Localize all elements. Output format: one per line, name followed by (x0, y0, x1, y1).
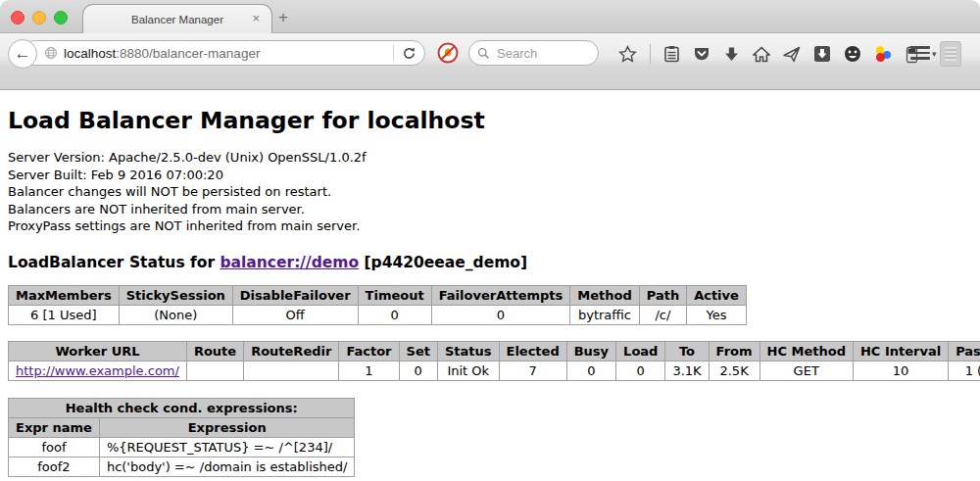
column-header: Elected (499, 341, 566, 361)
table-cell (186, 361, 243, 380)
table-cell: /c/ (639, 305, 686, 324)
table-cell: 3.1K (665, 361, 709, 380)
table-cell (244, 361, 339, 380)
table-cell: 1 (339, 361, 399, 380)
url-path: :8880/balancer-manager (116, 46, 260, 61)
column-header: Load (616, 341, 665, 361)
browser-tab[interactable]: Balancer Manager × (82, 4, 272, 33)
table-cell: Off (232, 305, 358, 324)
balancer-header-row: MaxMembersStickySessionDisableFailoverTi… (9, 285, 747, 305)
toolbar-icon-row: ▾ (618, 42, 937, 66)
column-header: Status (437, 341, 499, 361)
server-built-line: Server Built: Feb 9 2016 07:00:20 (8, 167, 972, 184)
column-header: Factor (339, 341, 399, 361)
worker-url-link[interactable]: http://www.example.com/ (16, 363, 179, 378)
balancers-note-line: Balancers are NOT inherited from main se… (8, 201, 972, 218)
table-cell: hc('body') =~ /domain is established/ (99, 457, 355, 476)
table-cell: foof2 (9, 457, 100, 476)
worker-status-table: Worker URLRouteRouteRedirFactorSetStatus… (8, 341, 980, 381)
send-icon[interactable] (783, 46, 801, 63)
column-header: Worker URL (9, 341, 187, 361)
column-header: Route (186, 341, 243, 361)
column-header: Passes (949, 341, 980, 361)
table-cell: 0 (431, 305, 570, 324)
health-title-row: Health check cond. expressions: (9, 398, 355, 417)
column-header: HC Interval (853, 341, 948, 361)
table-cell: %{REQUEST_STATUS} =~ /^[234]/ (99, 437, 355, 457)
column-header: Set (399, 341, 437, 361)
table-cell: 6 [1 Used] (9, 305, 120, 324)
tab-close-icon[interactable]: × (252, 12, 260, 25)
menu-icon[interactable] (910, 46, 930, 63)
content-blocked-icon[interactable] (437, 42, 459, 64)
new-tab-button[interactable]: + (278, 8, 288, 27)
column-header: Path (639, 285, 686, 305)
server-version-line: Server Version: Apache/2.5.0-dev (Unix) … (8, 149, 972, 167)
table-cell: http://www.example.com/ (9, 361, 187, 380)
persist-note-line: Balancer changes will NOT be persisted o… (8, 183, 972, 201)
column-header: Busy (566, 341, 615, 361)
column-header: Expr name (9, 417, 100, 437)
column-header: Method (570, 285, 639, 305)
emoji-addon-icon[interactable] (844, 45, 861, 63)
column-header: From (709, 341, 760, 361)
table-row: foof%{REQUEST_STATUS} =~ /^[234]/ (9, 437, 355, 457)
table-row: http://www.example.com/ 10Init Ok7003.1K… (9, 361, 980, 380)
column-header: DisableFailover (232, 285, 358, 305)
zoom-window-button[interactable] (54, 11, 68, 24)
health-check-table: Health check cond. expressions: Expr nam… (8, 398, 355, 477)
column-header: HC Method (760, 341, 853, 361)
tab-title: Balancer Manager (131, 14, 223, 25)
table-cell: 0 (399, 361, 437, 380)
table-cell: 7 (499, 361, 566, 380)
column-header: Expression (99, 417, 355, 437)
addon-download-icon[interactable] (813, 45, 831, 63)
minimize-window-button[interactable] (32, 11, 46, 24)
column-header: RouteRedir (244, 341, 339, 361)
table-row: foof2hc('body') =~ /domain is establishe… (9, 457, 355, 476)
table-cell: 1 (0) (949, 361, 980, 380)
column-header: MaxMembers (9, 285, 120, 305)
table-cell: 0 (358, 305, 431, 324)
navigation-toolbar: ← localhost:8880/balancer-manager (0, 33, 980, 90)
close-window-button[interactable] (11, 11, 24, 24)
back-button[interactable]: ← (8, 39, 37, 69)
column-header: Active (687, 285, 747, 305)
pages-disabled-icon[interactable] (940, 41, 961, 67)
table-cell: 2.5K (709, 361, 760, 380)
balancer-demo-link[interactable]: balancer://demo (220, 254, 359, 271)
reading-list-icon[interactable] (663, 45, 680, 63)
pocket-icon[interactable] (693, 46, 710, 63)
health-header-row: Expr nameExpression (9, 417, 355, 437)
proxypass-note-line: ProxyPass settings are NOT inherited fro… (8, 217, 972, 235)
search-icon (477, 47, 490, 60)
status-heading-suffix: [p4420eeae_demo] (359, 254, 527, 271)
url-bar[interactable]: localhost:8880/balancer-manager (22, 40, 425, 66)
column-header: To (665, 341, 709, 361)
server-info: Server Version: Apache/2.5.0-dev (Unix) … (8, 149, 972, 235)
home-icon[interactable] (753, 46, 770, 63)
status-heading-prefix: LoadBalancer Status for (8, 254, 220, 271)
table-cell: Yes (687, 305, 747, 324)
column-header: Timeout (358, 285, 431, 305)
colored-dots-addon-icon[interactable] (874, 45, 892, 63)
bookmark-star-icon[interactable] (618, 45, 637, 64)
table-cell: (None) (119, 305, 232, 324)
window-controls (11, 11, 68, 24)
table-cell: 10 (853, 361, 948, 380)
urlbar-divider (393, 45, 394, 61)
column-header: FailoverAttempts (431, 285, 570, 305)
browser-window: Balancer Manager × + ← localhost:8880/ba… (0, 0, 980, 481)
health-table-title: Health check cond. expressions: (9, 398, 355, 417)
worker-header-row: Worker URLRouteRouteRedirFactorSetStatus… (9, 341, 980, 361)
table-cell: 0 (566, 361, 615, 380)
reload-icon[interactable] (402, 46, 416, 61)
table-row: 6 [1 Used](None)Off00bytraffic/c/Yes (9, 305, 747, 324)
downloads-icon[interactable] (723, 46, 740, 63)
overflow-caret-icon[interactable]: ▾ (932, 49, 937, 59)
url-text: localhost:8880/balancer-manager (64, 46, 385, 61)
search-bar[interactable] (468, 40, 599, 66)
search-input[interactable] (495, 45, 587, 62)
table-cell: Init Ok (437, 361, 499, 380)
page-title: Load Balancer Manager for localhost (8, 107, 972, 134)
